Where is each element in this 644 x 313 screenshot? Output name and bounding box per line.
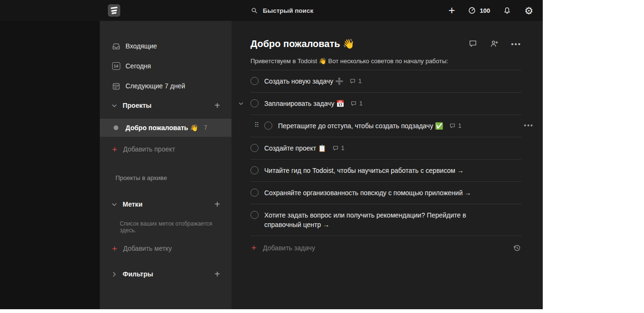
task-text: Хотите задать вопрос или получить рекоме… [264,210,502,229]
comment-count: 1 [458,122,461,129]
task-row[interactable]: Читайте гид по Todoist, чтобы научиться … [250,160,521,182]
comment-count-badge[interactable]: 1 [349,77,362,85]
task-checkbox[interactable] [250,211,259,219]
karma-widget[interactable]: 100 [468,6,490,15]
task-more-options-icon[interactable]: ••• [524,122,534,129]
today-date: 14 [114,64,118,68]
task-row[interactable]: Запланировать задачу 📅 1 [250,93,521,115]
add-label-button[interactable]: + Добавить метку [100,240,231,257]
logo-stripe [112,12,116,14]
project-color-dot [114,125,118,130]
task-row[interactable]: Хотите задать вопрос или получить рекоме… [250,204,521,236]
task-history-icon[interactable] [513,244,521,252]
quick-add-plus-icon[interactable]: + [448,5,455,16]
todoist-app-window: + 100 ⚙ [0,0,543,309]
task-checkbox[interactable] [250,77,259,85]
chevron-down-icon [111,201,118,208]
sidebar-item-label: Следующие 7 дней [125,82,185,90]
labels-empty-text: Список ваших меток отображается здесь. [100,220,231,234]
sidebar-item-label: Входящие [125,42,157,50]
project-name: Добро пожаловать 👋 [125,124,198,132]
project-task-count: 7 [204,124,207,131]
comment-count-badge[interactable]: 1 [332,144,345,152]
collapse-chevron-icon[interactable] [238,101,244,106]
sidebar-project-welcome[interactable]: Добро пожаловать 👋 7 [100,119,231,137]
add-task-label: Добавить задачу [263,244,315,252]
filters-section-label: Фильтры [123,270,214,278]
comment-count-badge[interactable]: 1 [449,122,461,129]
logo-stripe [111,7,117,9]
chevron-right-icon [111,271,118,277]
notifications-bell-icon[interactable] [503,6,511,15]
comment-count: 1 [359,100,363,107]
task-row[interactable]: Создайте проект 📋 1 [250,137,521,160]
comment-count-badge[interactable]: 1 [350,100,363,107]
karma-score: 100 [480,7,490,14]
archived-projects-link[interactable]: Проекты в архиве [100,173,231,182]
more-options-icon[interactable]: ••• [511,40,521,47]
sidebar: Входящие 14 Сегодня Сле [100,21,231,309]
task-list: Создать новую задачу ➕ 1 [250,70,521,236]
task-row[interactable]: Создать новую задачу ➕ 1 [250,70,521,93]
quick-search [250,0,405,21]
sidebar-item-label: Сегодня [125,62,151,70]
labels-section-header[interactable]: Метки + [100,195,231,214]
projects-section-header[interactable]: Проекты + [100,96,231,115]
calendar-today-icon: 14 [112,62,120,70]
share-person-add-icon[interactable] [490,39,499,48]
sidebar-item-inbox[interactable]: Входящие [100,36,231,56]
project-header: Добро пожаловать 👋 ••• [250,38,521,49]
comment-count: 1 [341,144,345,152]
project-intro-text: Приветствуем в Todoist 👋 Вот несколько с… [250,57,521,65]
plus-icon: + [111,145,118,154]
project-view: Добро пожаловать 👋 ••• [231,21,543,309]
add-filter-plus-icon[interactable]: + [214,269,220,279]
search-input[interactable] [263,7,405,14]
task-checkbox[interactable] [264,122,272,130]
comment-count: 1 [358,77,362,85]
karma-gauge-icon [468,6,476,15]
task-text: Читайте гид по Todoist, чтобы научиться … [264,166,464,175]
sidebar-item-today[interactable]: 14 Сегодня [100,56,231,76]
sidebar-item-next-7-days[interactable]: Следующие 7 дней [100,76,231,96]
project-header-actions: ••• [468,39,521,48]
top-bar: + 100 ⚙ [0,0,543,21]
task-text: Создать новую задачу ➕ [264,76,344,86]
projects-section-label: Проекты [123,102,214,109]
filters-section-header[interactable]: Фильтры + [100,265,231,284]
add-task-button[interactable]: + Добавить задачу [250,236,521,259]
task-checkbox[interactable] [250,189,259,197]
drag-handle-icon[interactable]: ⠿ [254,121,259,129]
add-project-button[interactable]: + Добавить проект [100,141,231,158]
search-icon [250,7,258,14]
task-checkbox[interactable] [250,144,259,152]
inbox-icon [111,42,121,51]
add-project-plus-icon[interactable]: + [214,101,220,110]
add-project-label: Добавить проект [123,145,175,153]
add-label-plus-icon[interactable]: + [214,199,220,209]
topbar-actions: + 100 ⚙ [448,0,533,21]
labels-section-label: Метки [123,200,214,208]
left-gutter [0,21,100,309]
plus-icon: + [111,244,118,253]
task-checkbox[interactable] [250,166,259,174]
plus-icon: + [250,243,257,252]
calendar-week-icon [111,82,121,91]
chevron-down-icon [111,103,118,109]
todoist-logo[interactable] [108,4,120,17]
logo-stripe [111,9,117,11]
task-text: Создайте проект 📋 [264,143,327,153]
task-checkbox[interactable] [250,99,259,107]
subtask-row[interactable]: ⠿ Перетащите до отступа, чтобы создать п… [250,115,521,137]
comments-icon[interactable] [468,39,478,48]
task-text: Перетащите до отступа, чтобы создать под… [278,121,443,131]
task-text: Сохраняйте организованность повсюду с по… [264,188,471,198]
add-label-label: Добавить метку [123,245,172,252]
task-row[interactable]: Сохраняйте организованность повсюду с по… [250,182,521,204]
settings-gear-icon[interactable]: ⚙ [524,6,533,16]
task-text: Запланировать задачу 📅 [264,99,345,108]
page-title: Добро пожаловать 👋 [250,38,468,49]
